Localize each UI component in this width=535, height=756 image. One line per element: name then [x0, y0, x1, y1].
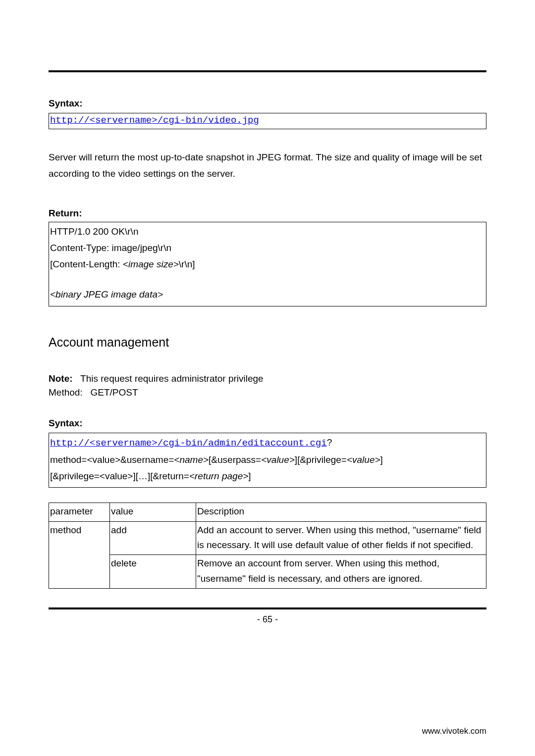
th-parameter: parameter: [49, 503, 110, 521]
p1b: <name>: [174, 454, 209, 465]
p2a: [&privilege=<value>][…][&return=: [50, 471, 189, 481]
cell-param: method: [49, 521, 110, 589]
cell-value: add: [110, 521, 196, 555]
syntax2-url-row: http://<servername>/cgi-bin/admin/editac…: [50, 434, 485, 452]
page-number: - 65 -: [49, 614, 486, 625]
method-value: GET/POST: [91, 387, 138, 398]
table-row: delete Remove an account from server. Wh…: [49, 555, 486, 589]
url-servername: servername: [95, 115, 152, 126]
p2c: ]: [248, 471, 251, 481]
cell-desc: Remove an account from server. When usin…: [196, 555, 486, 589]
parameter-table: parameter value Description method add A…: [49, 503, 486, 589]
return-l3-prefix: [Content-Length:: [50, 259, 123, 269]
return-line-3: [Content-Length: <image size>\r\n]: [50, 256, 485, 272]
p1e: ][&privilege=: [295, 454, 347, 465]
method-label: Method:: [49, 387, 83, 398]
p1f: <value>: [347, 454, 380, 465]
syntax-box-2: http://<servername>/cgi-bin/admin/editac…: [49, 433, 486, 488]
p1d: <value>: [261, 454, 295, 465]
return-box: HTTP/1.0 200 OK\r\n Content-Type: image/…: [49, 222, 486, 306]
bottom-divider: [49, 607, 486, 609]
p1a: method=<value>&username=: [50, 454, 174, 465]
url-prefix: http://<: [50, 115, 95, 126]
url2-qmark: ?: [327, 437, 332, 448]
url2-prefix: http://<: [50, 438, 95, 449]
note-line: Note: This request requires administrato…: [49, 373, 486, 384]
syntax-url-2: http://<servername>/cgi-bin/admin/editac…: [50, 438, 327, 449]
return-line-2: Content-Type: image/jpeg\r\n: [50, 240, 485, 256]
p1c: [&userpass=: [209, 454, 261, 465]
url-suffix: >/cgi-bin/video.jpg: [152, 115, 259, 126]
url2-servername: servername: [95, 438, 152, 449]
p1g: ]: [380, 454, 383, 465]
return-line-4: <binary JPEG image data>: [50, 286, 485, 302]
note-label: Note:: [49, 373, 73, 384]
top-divider: [49, 70, 486, 72]
syntax-box-1: http://<servername>/cgi-bin/video.jpg: [49, 113, 486, 129]
return-l3-italic: <image size>: [123, 259, 179, 269]
url2-suffix: >/cgi-bin/admin/editaccount.cgi: [152, 438, 326, 449]
th-value: value: [110, 503, 196, 521]
description-text: Server will return the most up-to-date s…: [49, 149, 486, 182]
cell-value: delete: [110, 555, 196, 589]
return-label: Return:: [49, 208, 486, 219]
table-header-row: parameter value Description: [49, 503, 486, 521]
th-description: Description: [196, 503, 486, 521]
return-l3-suffix: \r\n]: [179, 259, 195, 269]
section-heading: Account management: [49, 335, 486, 350]
syntax2-params-row1: method=<value>&username=<name>[&userpass…: [50, 452, 485, 468]
note-text: This request requires administrator priv…: [80, 373, 264, 384]
syntax-url-1: http://<servername>/cgi-bin/video.jpg: [50, 115, 259, 126]
syntax-label-1: Syntax:: [49, 98, 486, 109]
footer-url: www.vivotek.com: [422, 726, 486, 736]
return-line-1: HTTP/1.0 200 OK\r\n: [50, 223, 485, 240]
cell-desc: Add an account to server. When using thi…: [196, 521, 486, 555]
method-line: Method: GET/POST: [49, 387, 486, 398]
syntax2-params-row2: [&privilege=<value>][…][&return=<return …: [50, 468, 485, 484]
syntax-label-2: Syntax:: [49, 418, 486, 429]
p2b: <return page>: [189, 471, 248, 481]
table-row: method add Add an account to server. Whe…: [49, 521, 486, 555]
